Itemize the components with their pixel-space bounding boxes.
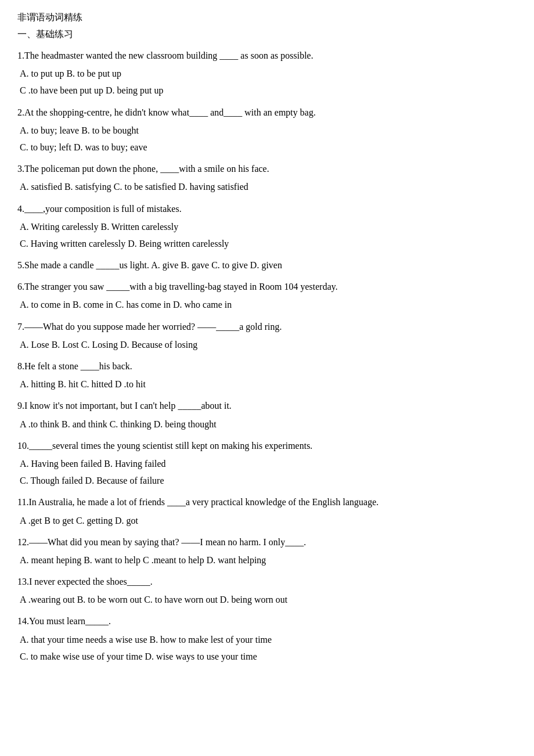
question-9: 9.I know it's not important, but I can't…	[17, 398, 517, 431]
option-10-1: C. Though failed D. Because of failure	[17, 473, 517, 488]
question-text-8: 8.He felt a stone ____his back.	[17, 358, 517, 374]
question-text-4: 4.____,your composition is full of mista…	[17, 201, 517, 217]
option-9-0: A .to think B. and think C. thinking D. …	[17, 416, 517, 432]
option-14-1: C. to make wise use of your time D. wise…	[17, 649, 517, 664]
option-8-0: A. hitting B. hit C. hitted D .to hit	[17, 376, 517, 392]
option-14-0: A. that your time needs a wise use B. ho…	[17, 632, 517, 647]
question-10: 10._____several times the young scientis…	[17, 438, 517, 489]
question-1: 1.The headmaster wanted the new classroo…	[17, 48, 517, 99]
question-text-12: 12.——What did you mean by saying that? —…	[17, 534, 517, 550]
question-12: 12.——What did you mean by saying that? —…	[17, 534, 517, 568]
question-text-11: 11.In Australia, he made a lot of friend…	[17, 494, 517, 510]
question-2: 2.At the shopping-centre, he didn't know…	[17, 105, 517, 156]
question-3: 3.The policeman put down the phone, ____…	[17, 161, 517, 195]
option-4-1: C. Having written carelessly D. Being wr…	[17, 236, 517, 251]
question-13: 13.I never expected the shoes_____.A .we…	[17, 574, 517, 607]
question-text-13: 13.I never expected the shoes_____.	[17, 574, 517, 589]
question-14: 14.You must learn_____.A. that your time…	[17, 613, 517, 664]
option-13-0: A .wearing out B. to be worn out C. to h…	[17, 592, 517, 607]
page-title: 非谓语动词精练	[17, 12, 517, 24]
question-text-6: 6.The stranger you saw _____with a big t…	[17, 279, 517, 294]
question-4: 4.____,your composition is full of mista…	[17, 201, 517, 252]
question-text-5: 5.She made a candle _____us light. A. gi…	[17, 257, 517, 273]
option-4-0: A. Writing carelessly B. Written careles…	[17, 219, 517, 235]
question-text-3: 3.The policeman put down the phone, ____…	[17, 161, 517, 177]
option-12-0: A. meant heping B. want to help C .meant…	[17, 552, 517, 568]
option-1-1: C .to have been put up D. being put up	[17, 82, 517, 98]
question-text-9: 9.I know it's not important, but I can't…	[17, 398, 517, 413]
question-6: 6.The stranger you saw _____with a big t…	[17, 279, 517, 312]
question-5: 5.She made a candle _____us light. A. gi…	[17, 257, 517, 273]
question-7: 7.——What do you suppose made her worried…	[17, 319, 517, 352]
question-text-7: 7.——What do you suppose made her worried…	[17, 319, 517, 334]
option-2-1: C. to buy; left D. was to buy; eave	[17, 139, 517, 155]
option-10-0: A. Having been failed B. Having failed	[17, 456, 517, 471]
question-text-10: 10._____several times the young scientis…	[17, 438, 517, 453]
question-text-1: 1.The headmaster wanted the new classroo…	[17, 48, 517, 63]
option-3-0: A. satisfied B. satisfying C. to be sati…	[17, 179, 517, 195]
option-6-0: A. to come in B. come in C. has come in …	[17, 297, 517, 312]
option-1-0: A. to put up B. to be put up	[17, 66, 517, 81]
question-11: 11.In Australia, he made a lot of friend…	[17, 494, 517, 528]
question-text-14: 14.You must learn_____.	[17, 613, 517, 629]
section-title: 一、基础练习	[17, 28, 517, 41]
question-8: 8.He felt a stone ____his back.A. hittin…	[17, 358, 517, 392]
question-text-2: 2.At the shopping-centre, he didn't know…	[17, 105, 517, 120]
option-7-0: A. Lose B. Lost C. Losing D. Because of …	[17, 337, 517, 352]
option-11-0: A .get B to get C. getting D. got	[17, 513, 517, 528]
option-2-0: A. to buy; leave B. to be bought	[17, 123, 517, 138]
